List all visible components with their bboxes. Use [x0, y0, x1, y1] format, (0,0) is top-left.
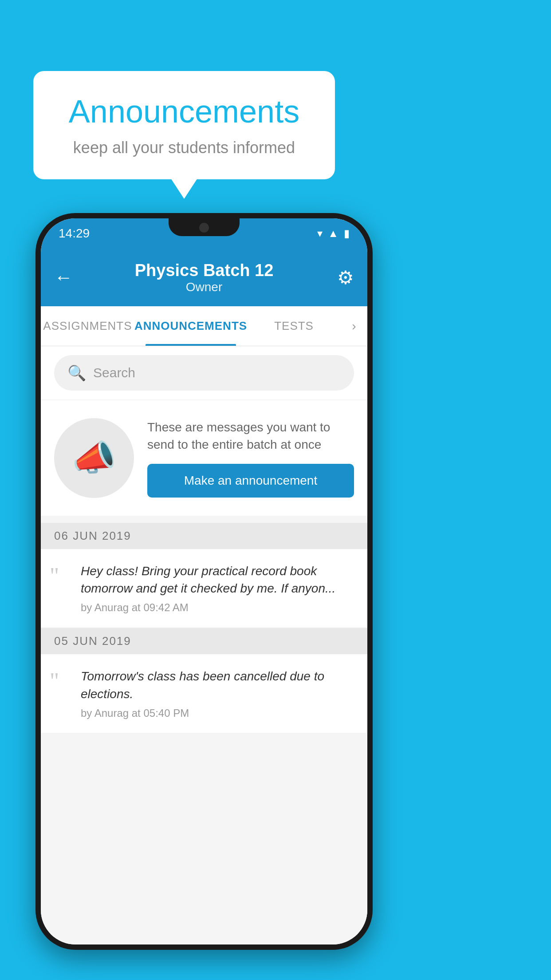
speech-bubble-container: Announcements keep all your students inf…: [33, 71, 335, 179]
phone-screen-content: 🔍 Search 📣 These are messages you want t…: [41, 346, 367, 944]
announcement-prompt: 📣 These are messages you want to send to…: [41, 400, 367, 516]
announcement-text-1: Hey class! Bring your practical record b…: [81, 562, 354, 597]
speech-bubble: Announcements keep all your students inf…: [33, 71, 335, 179]
search-icon: 🔍: [67, 364, 86, 382]
battery-icon: ▮: [344, 227, 350, 240]
tab-announcements[interactable]: ANNOUNCEMENTS: [134, 306, 247, 346]
speech-bubble-subtitle: keep all your students informed: [60, 138, 308, 157]
header-title-area: Physics Batch 12 Owner: [135, 261, 274, 294]
prompt-right: These are messages you want to send to t…: [147, 419, 354, 498]
tab-assignments[interactable]: ASSIGNMENTS: [41, 306, 134, 346]
announcement-item-1[interactable]: " Hey class! Bring your practical record…: [41, 549, 367, 627]
make-announcement-button[interactable]: Make an announcement: [147, 464, 354, 498]
phone-notch: [169, 218, 240, 236]
batch-title: Physics Batch 12: [135, 261, 274, 280]
quote-icon-2: ": [50, 668, 72, 719]
announcement-text-2: Tomorrow's class has been cancelled due …: [81, 668, 354, 702]
megaphone-circle: 📣: [54, 418, 134, 498]
search-container: 🔍 Search: [41, 346, 367, 399]
camera: [199, 223, 209, 233]
back-button[interactable]: ←: [54, 267, 73, 288]
owner-label: Owner: [135, 280, 274, 294]
tabs-bar: ASSIGNMENTS ANNOUNCEMENTS TESTS ›: [41, 306, 367, 346]
status-icons: ▾ ▲ ▮: [317, 227, 350, 240]
search-bar[interactable]: 🔍 Search: [54, 355, 354, 391]
search-placeholder: Search: [93, 365, 135, 380]
speech-bubble-title: Announcements: [60, 93, 308, 130]
prompt-description: These are messages you want to send to t…: [147, 419, 354, 453]
status-time: 14:29: [59, 226, 90, 241]
quote-icon-1: ": [50, 562, 72, 614]
tab-tests[interactable]: TESTS: [247, 306, 341, 346]
gear-button[interactable]: ⚙: [337, 267, 354, 288]
phone-wrapper: 14:29 ▾ ▲ ▮ ← Physics Batch 12 Owner ⚙: [35, 213, 373, 950]
date-separator-1: 06 JUN 2019: [41, 523, 367, 549]
wifi-icon: ▾: [317, 227, 323, 240]
announcement-item-2[interactable]: " Tomorrow's class has been cancelled du…: [41, 654, 367, 732]
announcement-content-1: Hey class! Bring your practical record b…: [81, 562, 354, 614]
phone-outer: 14:29 ▾ ▲ ▮ ← Physics Batch 12 Owner ⚙: [35, 213, 373, 950]
announcement-content-2: Tomorrow's class has been cancelled due …: [81, 668, 354, 719]
megaphone-icon: 📣: [72, 437, 116, 479]
announcement-meta-1: by Anurag at 09:42 AM: [81, 601, 354, 614]
date-separator-2: 05 JUN 2019: [41, 628, 367, 654]
phone-screen: 14:29 ▾ ▲ ▮ ← Physics Batch 12 Owner ⚙: [41, 218, 367, 944]
signal-icon: ▲: [328, 227, 338, 240]
announcement-meta-2: by Anurag at 05:40 PM: [81, 707, 354, 719]
tab-more[interactable]: ›: [341, 319, 367, 333]
app-header: ← Physics Batch 12 Owner ⚙: [41, 249, 367, 306]
